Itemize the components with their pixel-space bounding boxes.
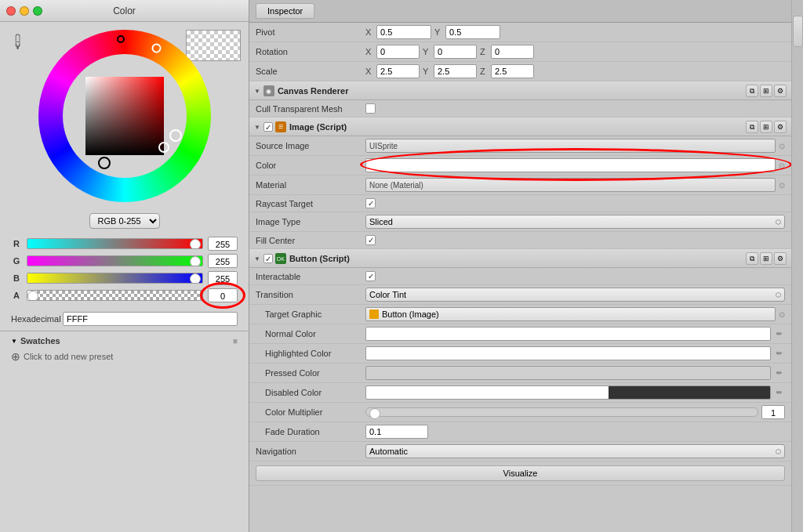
color-field[interactable] — [365, 158, 776, 172]
disabled-color-edit[interactable]: ✏ — [774, 387, 785, 398]
source-image-link[interactable]: ⊙ — [779, 142, 785, 150]
fade-duration-field[interactable] — [365, 425, 428, 439]
button-layout-icon[interactable]: ⊞ — [760, 252, 772, 265]
eyedropper-tool[interactable]: 🖊 — [7, 31, 29, 52]
canvas-gear-icon[interactable]: ⚙ — [774, 85, 787, 97]
color-mode-select[interactable]: RGB 0-255 — [89, 213, 160, 229]
target-graphic-link[interactable]: ⊙ — [779, 310, 785, 319]
rotation-x[interactable] — [376, 45, 420, 59]
red-slider-track[interactable] — [27, 238, 203, 249]
button-script-triangle[interactable]: ▼ — [254, 255, 260, 262]
target-graphic-field[interactable]: Button (Image) — [365, 307, 776, 321]
image-copy-icon[interactable]: ⧉ — [746, 121, 758, 133]
image-enabled-checkbox[interactable] — [263, 122, 273, 132]
color-multiplier-field[interactable]: 1 — [761, 405, 785, 419]
swatches-triangle[interactable]: ▼ — [11, 338, 17, 345]
button-gear-icon[interactable]: ⚙ — [774, 252, 787, 265]
scale-z[interactable] — [491, 64, 534, 78]
red-slider-thumb[interactable] — [190, 239, 201, 249]
image-type-value: Sliced ⬡ — [365, 215, 785, 229]
image-gear-icon[interactable]: ⚙ — [774, 121, 787, 133]
visualize-button-container: Visualize — [256, 464, 785, 483]
blue-slider-thumb[interactable] — [190, 273, 201, 284]
alpha-slider-thumb[interactable] — [27, 291, 38, 301]
scrollbar[interactable] — [791, 0, 803, 532]
fill-center-value — [365, 235, 785, 245]
visualize-button[interactable]: Visualize — [256, 465, 785, 481]
cull-checkbox[interactable] — [365, 103, 376, 114]
highlighted-color-label: Highlighted Color — [256, 349, 365, 358]
material-row: Material None (Material) ⊙ — [249, 176, 791, 195]
minimize-button[interactable] — [20, 6, 29, 16]
highlighted-color-edit[interactable]: ✏ — [774, 348, 785, 359]
pivot-y[interactable] — [445, 25, 500, 39]
pressed-color-edit[interactable]: ✏ — [774, 367, 785, 378]
add-preset-icon: ⊕ — [11, 350, 20, 363]
rotation-z[interactable] — [491, 45, 534, 59]
disabled-color-field[interactable] — [365, 385, 771, 400]
highlighted-color-field[interactable] — [365, 346, 771, 360]
material-link[interactable]: ⊙ — [779, 181, 785, 190]
canvas-renderer-actions: ⧉ ⊞ ⚙ — [746, 85, 787, 97]
fill-center-label: Fill Center — [256, 236, 365, 245]
alpha-value[interactable]: 0 — [208, 288, 238, 302]
color-link[interactable]: ⊙ — [779, 161, 785, 170]
color-titlebar: Color — [0, 0, 249, 22]
button-copy-icon[interactable]: ⧉ — [746, 252, 758, 265]
interactable-label: Interactable — [256, 272, 365, 281]
target-graphic-value: Button (Image) ⊙ — [365, 307, 785, 321]
navigation-dropdown[interactable]: Automatic ⬡ — [365, 444, 785, 458]
green-value[interactable]: 255 — [208, 254, 238, 268]
image-type-dropdown[interactable]: Sliced ⬡ — [365, 215, 785, 229]
rotation-value: X Y Z — [365, 45, 785, 59]
scale-y[interactable] — [434, 64, 477, 78]
interactable-checkbox[interactable] — [365, 271, 376, 281]
rotation-y[interactable] — [434, 45, 477, 59]
transition-dropdown[interactable]: Color Tint ⬡ — [365, 288, 785, 302]
add-preset-row[interactable]: ⊕ Click to add new preset — [11, 350, 238, 363]
swatches-title-row: ▼ Swatches — [11, 336, 60, 346]
hex-input[interactable] — [63, 312, 238, 326]
color-multiplier-label: Color Multiplier — [256, 407, 365, 417]
normal-color-field[interactable] — [365, 327, 771, 341]
material-field[interactable]: None (Material) — [365, 178, 776, 192]
red-value[interactable]: 255 — [208, 237, 238, 251]
swatches-list-icon[interactable]: ≡ — [233, 337, 238, 346]
pressed-color-field[interactable] — [365, 366, 771, 380]
normal-color-value: ✏ — [365, 327, 785, 341]
button-script-icon: OK — [275, 253, 286, 264]
canvas-layout-icon[interactable]: ⊞ — [760, 85, 772, 97]
inspector-tab[interactable]: Inspector — [256, 3, 314, 19]
color-wheel[interactable] — [38, 30, 211, 202]
source-image-field[interactable]: UISprite — [365, 139, 776, 153]
canvas-copy-icon[interactable]: ⧉ — [746, 85, 758, 97]
close-button[interactable] — [6, 6, 16, 16]
cull-transparent-row: Cull Transparent Mesh — [249, 100, 791, 118]
fill-center-checkbox[interactable] — [365, 235, 376, 245]
blue-slider-track[interactable] — [27, 273, 203, 284]
blue-slider-row: B 255 — [11, 271, 238, 285]
fill-center-row: Fill Center — [249, 232, 791, 249]
cull-value — [365, 103, 785, 114]
green-slider-row: G 255 — [11, 254, 238, 268]
pivot-x[interactable] — [376, 25, 431, 39]
image-script-triangle[interactable]: ▼ — [254, 124, 260, 131]
green-slider-track[interactable] — [27, 255, 203, 266]
raycast-checkbox[interactable] — [365, 198, 376, 208]
maximize-button[interactable] — [33, 6, 42, 16]
swatches-section: ▼ Swatches ≡ ⊕ Click to add new preset — [0, 331, 249, 367]
pivot-value: X Y — [365, 25, 785, 39]
green-slider-thumb[interactable] — [190, 256, 201, 266]
color-multiplier-thumb[interactable] — [369, 408, 380, 419]
normal-color-edit[interactable]: ✏ — [774, 328, 785, 339]
scrollbar-thumb[interactable] — [793, 16, 803, 47]
color-mode-row: RGB 0-255 — [0, 210, 249, 232]
blue-value[interactable]: 255 — [208, 271, 238, 285]
canvas-renderer-triangle[interactable]: ▼ — [254, 88, 260, 95]
color-multiplier-slider[interactable] — [365, 407, 758, 417]
scale-x[interactable] — [376, 64, 420, 78]
image-layout-icon[interactable]: ⊞ — [760, 121, 772, 133]
fade-duration-value — [365, 425, 785, 439]
alpha-slider-track[interactable] — [27, 290, 203, 301]
button-enabled-checkbox[interactable] — [263, 254, 273, 263]
